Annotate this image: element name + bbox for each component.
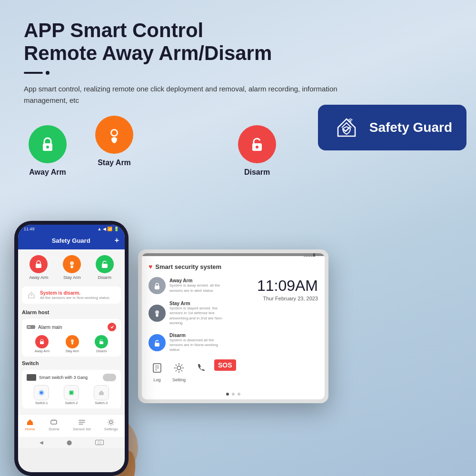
- mini-arm-row: Away Arm Stay Arm: [27, 335, 116, 353]
- switch-card: Smart switch with 3 Gang: [22, 370, 121, 408]
- svg-rect-25: [70, 391, 73, 394]
- subtitle-text: App smart control, realizing remote one …: [24, 83, 347, 106]
- nav-settings[interactable]: Settings: [104, 418, 118, 431]
- svg-point-34: [155, 310, 159, 314]
- phone-stay-arm[interactable]: Stay Arm: [63, 255, 81, 280]
- tablet-header-bar: [142, 253, 325, 256]
- disarm-icon-item: Disarm: [238, 125, 276, 177]
- tablet-mockup: ♥ Smart security system: [138, 249, 328, 403]
- switch-3[interactable]: Switch-3: [94, 385, 109, 405]
- mini-away-arm[interactable]: Away Arm: [35, 335, 50, 353]
- dot-2: [232, 393, 235, 396]
- away-arm-label: Away Arm: [29, 168, 66, 177]
- phone-app-content: Away Arm Stay Arm: [18, 249, 125, 414]
- tablet-title-row: ♥ Smart security system: [149, 263, 236, 270]
- phone-status-card: System is disarm. All the sensors are in…: [22, 287, 121, 304]
- alarm-main-row: Alarm main: [27, 323, 116, 331]
- svg-rect-14: [36, 264, 41, 268]
- nav-scene[interactable]: Scene: [49, 418, 60, 431]
- safety-guard-badge-icon: [332, 113, 361, 142]
- svg-rect-28: [304, 255, 306, 257]
- nav-sensor-list[interactable]: Sensor list: [73, 418, 90, 431]
- svg-point-6: [349, 121, 351, 123]
- svg-rect-35: [155, 343, 159, 347]
- phone-away-arm[interactable]: Away Arm: [29, 255, 48, 280]
- tablet-sos-btn[interactable]: SOS: [214, 359, 236, 382]
- switch-section: Switch Smart switch with 3 Gang: [22, 360, 121, 408]
- mini-stay-arm[interactable]: Stay Arm: [65, 335, 79, 353]
- phone-app-header: + Safety Guard +: [18, 233, 125, 249]
- dot-3: [238, 393, 240, 396]
- switch-label: Switch: [22, 360, 121, 366]
- tablet-log-btn[interactable]: Log: [149, 359, 166, 382]
- stay-arm-label: Stay Arm: [98, 159, 131, 167]
- tablet-settings-btn[interactable]: Setting: [170, 359, 188, 382]
- phone-stay-arm-icon: [63, 255, 81, 273]
- switch-1[interactable]: Switch-1: [34, 385, 49, 405]
- svg-rect-30: [308, 254, 310, 257]
- phone-arm-buttons: Away Arm Stay Arm: [22, 255, 121, 280]
- phone-bottom-nav: Home Scene: [18, 414, 125, 437]
- switch-toggle[interactable]: [103, 374, 116, 381]
- dots-indicator: [142, 389, 325, 399]
- svg-point-37: [177, 366, 181, 370]
- tablet-screen: ♥ Smart security system: [142, 253, 325, 399]
- stay-arm-circle[interactable]: [95, 116, 133, 154]
- phone-screen: 11:49 ▲ ◀ 📶 🔋 + Safety Guard +: [18, 225, 125, 472]
- phone-gesture-bar: ◀ ⬤ ▢: [18, 437, 125, 448]
- svg-point-20: [71, 339, 74, 342]
- phone-disarm-icon: [96, 255, 114, 273]
- svg-point-5: [256, 146, 258, 149]
- switch-items-row: Switch-1: [27, 385, 116, 405]
- smart-switch-row: Smart switch with 3 Gang: [27, 374, 116, 381]
- phone-status-bar: 11:49 ▲ ◀ 📶 🔋: [18, 225, 125, 233]
- svg-point-1: [46, 146, 49, 149]
- safety-guard-text: Safety Guard: [369, 120, 452, 135]
- phone-away-arm-icon: [30, 255, 48, 273]
- bottom-section: 11:49 ▲ ◀ 📶 🔋 + Safety Guard +: [24, 221, 476, 476]
- tablet-stay-arm-icon: [149, 305, 166, 322]
- svg-point-15: [70, 261, 74, 265]
- dot-1: [226, 393, 229, 396]
- svg-rect-29: [306, 254, 308, 257]
- svg-rect-31: [311, 253, 313, 257]
- phone-hand-area: 11:49 ▲ ◀ 📶 🔋 + Safety Guard +: [24, 221, 129, 476]
- away-arm-circle[interactable]: [29, 125, 67, 163]
- stay-arm-icon-item: Stay Arm: [95, 116, 133, 167]
- tablet-stay-arm[interactable]: Stay Arm System is stayed armed. the sen…: [149, 301, 236, 326]
- tablet-right: 11:09AM Thur February 23, 2023: [242, 263, 318, 382]
- tablet-time: 11:09AM: [242, 277, 318, 295]
- tablet-disarm[interactable]: Disarm System is disarmed.all the sensor…: [149, 333, 236, 353]
- tablet-content: ♥ Smart security system: [142, 256, 325, 389]
- svg-rect-18: [28, 326, 30, 328]
- svg-rect-33: [155, 286, 159, 289]
- mini-disarm[interactable]: Disarm: [95, 335, 108, 353]
- switch-2[interactable]: Switch-2: [64, 385, 79, 405]
- heart-icon: ♥: [149, 263, 152, 270]
- svg-rect-32: [313, 253, 315, 257]
- page-title: APP Smart Control Remote Away Arm/Disarm: [24, 19, 452, 65]
- away-arm-icon-item: Away Arm: [29, 125, 67, 177]
- alarm-card: Alarm main: [22, 319, 121, 357]
- disarm-label: Disarm: [244, 168, 270, 177]
- svg-point-23: [40, 391, 43, 394]
- tablet-disarm-icon: [149, 334, 166, 351]
- nav-home[interactable]: Home: [25, 418, 35, 431]
- svg-rect-19: [40, 341, 44, 344]
- svg-rect-21: [99, 341, 103, 344]
- disarm-circle[interactable]: [238, 125, 276, 163]
- phone-mockup: 11:49 ▲ ◀ 📶 🔋 + Safety Guard +: [14, 221, 129, 476]
- tablet-date: Thur February 23, 2023: [242, 296, 318, 301]
- decorator-dot: [46, 71, 50, 75]
- svg-rect-16: [102, 264, 108, 268]
- phone-disarm[interactable]: Disarm: [96, 255, 114, 280]
- tablet-away-arm[interactable]: Away Arm System is away armed. all the s…: [149, 277, 236, 294]
- decorator-line: [24, 72, 43, 74]
- alarm-host-label: Alarm host: [22, 309, 121, 315]
- svg-rect-26: [51, 420, 57, 424]
- tablet-bottom-row: Log Setting: [149, 359, 236, 382]
- svg-point-27: [109, 421, 112, 424]
- tablet-call-btn[interactable]: [192, 359, 209, 382]
- tablet-left: ♥ Smart security system: [149, 263, 236, 382]
- safety-guard-badge: Safety Guard: [318, 105, 466, 150]
